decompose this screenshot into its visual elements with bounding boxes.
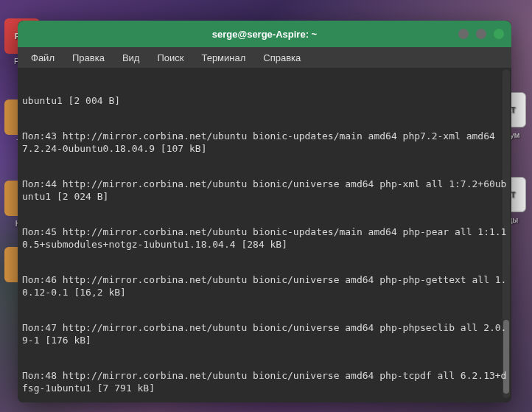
terminal-line: Пол:44 http://mirror.corbina.net/ubuntu … bbox=[22, 178, 507, 203]
menu-terminal[interactable]: Терминал bbox=[194, 49, 253, 66]
window-controls bbox=[458, 29, 504, 39]
terminal-window: serge@serge-Aspire: ~ Файл Правка Вид По… bbox=[18, 21, 511, 402]
menu-edit[interactable]: Правка bbox=[65, 49, 112, 66]
menu-search[interactable]: Поиск bbox=[150, 49, 191, 66]
terminal-line: Пол:48 http://mirror.corbina.net/ubuntu … bbox=[22, 370, 507, 394]
terminal-output[interactable]: ubuntu1 [2 004 B] Пол:43 http://mirror.c… bbox=[18, 68, 511, 402]
scrollbar-thumb[interactable] bbox=[503, 320, 509, 394]
terminal-line: Пол:47 http://mirror.corbina.net/ubuntu … bbox=[22, 322, 507, 346]
minimize-icon[interactable] bbox=[458, 29, 469, 39]
terminal-line: Пол:43 http://mirror.corbina.net/ubuntu … bbox=[22, 130, 507, 155]
terminal-line: ubuntu1 [2 004 B] bbox=[22, 95, 507, 107]
menubar: Файл Правка Вид Поиск Терминал Справка bbox=[18, 47, 511, 68]
terminal-line: Пол:45 http://mirror.corbina.net/ubuntu … bbox=[22, 226, 507, 251]
menu-file[interactable]: Файл bbox=[24, 49, 62, 66]
maximize-icon[interactable] bbox=[476, 29, 486, 39]
scrollbar[interactable] bbox=[503, 69, 510, 398]
close-icon[interactable] bbox=[494, 29, 504, 39]
menu-view[interactable]: Вид bbox=[115, 49, 147, 66]
titlebar[interactable]: serge@serge-Aspire: ~ bbox=[18, 21, 511, 47]
window-title: serge@serge-Aspire: ~ bbox=[18, 29, 511, 40]
terminal-line: Пол:46 http://mirror.corbina.net/ubuntu … bbox=[22, 274, 507, 298]
menu-help[interactable]: Справка bbox=[256, 49, 308, 66]
